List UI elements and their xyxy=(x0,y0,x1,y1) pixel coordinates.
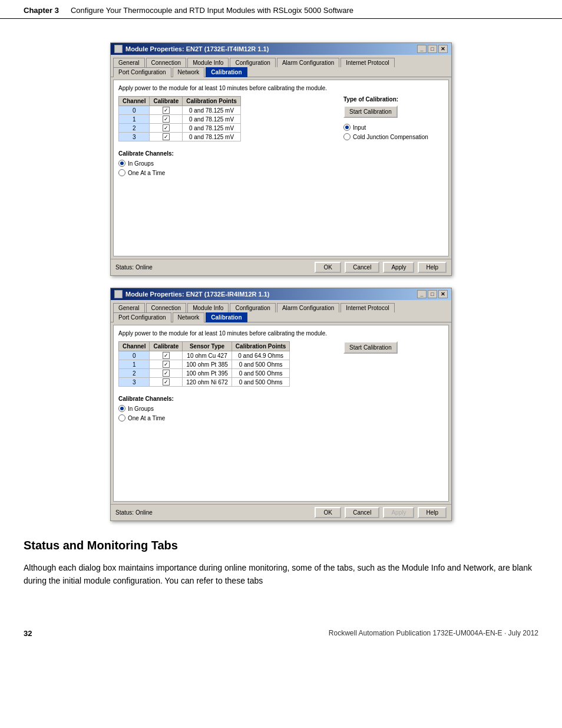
dialog2-instructions: Apply power to the module for at least 1… xyxy=(118,330,444,337)
radio-ingroups-1[interactable]: In Groups xyxy=(118,160,338,167)
radio-coldjunction-label-1: Cold Junction Compensation xyxy=(353,134,428,140)
channel-3-2: 3 xyxy=(119,378,150,387)
points-2-2: 0 and 500 Ohms xyxy=(232,369,290,378)
table-row: 2 ✓ 0 and 78.125 mV xyxy=(119,124,241,133)
dialog1-apply-btn[interactable]: Apply xyxy=(383,262,414,273)
start-calibration-btn-2[interactable]: Start Calibration xyxy=(343,341,398,354)
checkbox-3-2[interactable]: ✓ xyxy=(150,378,183,387)
dialog1-titlebar-icon xyxy=(114,45,123,53)
tab-moduleinfo-1[interactable]: Module Info xyxy=(187,58,229,67)
radio-input-1[interactable]: Input xyxy=(343,124,444,131)
tab-calibration-1[interactable]: Calibration xyxy=(206,67,247,77)
table-row: 0 ✓ 10 ohm Cu 427 0 and 64.9 Ohms xyxy=(119,351,290,360)
tab-calibration-2[interactable]: Calibration xyxy=(206,312,247,322)
dialog1-titlebar-left: Module Properties: EN2T (1732E-IT4IM12R … xyxy=(114,45,269,53)
checkbox-3-1[interactable]: ✓ xyxy=(150,133,183,141)
checkbox-0-2[interactable]: ✓ xyxy=(150,351,183,360)
checkbox-2-1[interactable]: ✓ xyxy=(150,124,183,133)
dialog2-title: Module Properties: EN2T (1732E-IR4IM12R … xyxy=(125,291,270,298)
dialog2-restore-btn[interactable]: □ xyxy=(428,290,437,298)
sensor-0-2: 10 ohm Cu 427 xyxy=(183,351,232,360)
col-channel-2: Channel xyxy=(119,342,150,351)
tab-portconfig-1[interactable]: Port Configuration xyxy=(113,67,171,77)
dialog1-left: Channel Calibrate Calibration Points 0 ✓… xyxy=(118,96,338,176)
tab-moduleinfo-2[interactable]: Module Info xyxy=(187,303,229,312)
dialog1-calibrate-channels: Calibrate Channels: In Groups One At a T… xyxy=(118,150,338,176)
dialog2-apply-btn[interactable]: Apply xyxy=(383,507,414,518)
dialog1-status: Status: Online xyxy=(115,264,153,271)
dialog2-cancel-btn[interactable]: Cancel xyxy=(345,507,379,518)
dialog1-ok-btn[interactable]: OK xyxy=(315,262,341,273)
points-3-1: 0 and 78.125 mV xyxy=(183,133,241,141)
points-1-1: 0 and 78.125 mV xyxy=(183,115,241,124)
sensor-3-2: 120 ohm Ni 672 xyxy=(183,378,232,387)
tab-portconfig-2[interactable]: Port Configuration xyxy=(113,312,171,322)
col-calpoints-1: Calibration Points xyxy=(183,97,241,106)
header-title: Configure Your Thermocouple and RTD Inpu… xyxy=(71,6,353,15)
dialog1-buttons: OK Cancel Apply Help xyxy=(315,262,447,273)
radio-oneattime-label-1: One At a Time xyxy=(128,170,165,176)
tab-general-1[interactable]: General xyxy=(113,58,145,67)
dialog2-statusbar: Status: Online OK Cancel Apply Help xyxy=(111,504,451,521)
calibration-type-radios-1: Input Cold Junction Compensation xyxy=(343,124,444,140)
dialog1-restore-btn[interactable]: □ xyxy=(428,45,437,53)
col-channel-1: Channel xyxy=(119,97,150,106)
radio-oneattime-1[interactable]: One At a Time xyxy=(118,169,338,176)
dialog1-body: Apply power to the module for at least 1… xyxy=(113,80,449,256)
dialog2-titlebar-left: Module Properties: EN2T (1732E-IR4IM12R … xyxy=(114,290,270,298)
dialog2-ok-btn[interactable]: OK xyxy=(315,507,341,518)
channel-0-1: 0 xyxy=(119,106,150,115)
checkbox-1-1[interactable]: ✓ xyxy=(150,115,183,124)
dialog1-minimize-btn[interactable]: _ xyxy=(417,45,427,53)
dialog2-help-btn[interactable]: Help xyxy=(418,507,447,518)
dialog1-container: Module Properties: EN2T (1732E-IT4IM12R … xyxy=(110,42,452,276)
tab-alarmconfig-2[interactable]: Alarm Configuration xyxy=(277,303,339,312)
table-row: 0 ✓ 0 and 78.125 mV xyxy=(119,106,241,115)
radio-ingroups-2[interactable]: In Groups xyxy=(118,405,338,412)
radio-coldjunction-1[interactable]: Cold Junction Compensation xyxy=(343,133,444,140)
dialog2-left: Channel Calibrate Sensor Type Calibratio… xyxy=(118,341,338,421)
tab-connection-1[interactable]: Connection xyxy=(146,58,187,67)
channel-3-1: 3 xyxy=(119,133,150,141)
dialog1-titlebar-controls: _ □ ✕ xyxy=(417,45,448,53)
col-calpoints-2: Calibration Points xyxy=(232,342,290,351)
table-row: 3 ✓ 0 and 78.125 mV xyxy=(119,133,241,141)
dialog1-close-btn[interactable]: ✕ xyxy=(438,45,448,53)
tab-general-2[interactable]: General xyxy=(113,303,145,312)
dialog1-tabs: General Connection Module Info Configura… xyxy=(111,55,451,77)
dialog2-titlebar-controls: _ □ ✕ xyxy=(417,290,448,298)
footer-page: 32 xyxy=(24,629,32,638)
tab-network-1[interactable]: Network xyxy=(173,67,205,77)
dialog2-minimize-btn[interactable]: _ xyxy=(417,290,427,298)
tab-configuration-1[interactable]: Configuration xyxy=(230,58,275,67)
checkbox-1-2[interactable]: ✓ xyxy=(150,360,183,369)
tab-configuration-2[interactable]: Configuration xyxy=(230,303,275,312)
table-row: 3 ✓ 120 ohm Ni 672 0 and 500 Ohms xyxy=(119,378,290,387)
checkbox-0-1[interactable]: ✓ xyxy=(150,106,183,115)
radio-ingroups-icon-1 xyxy=(118,160,125,167)
dialog2-titlebar: Module Properties: EN2T (1732E-IR4IM12R … xyxy=(111,288,451,300)
checkbox-2-2[interactable]: ✓ xyxy=(150,369,183,378)
start-calibration-btn-1[interactable]: Start Calibration xyxy=(343,106,398,118)
dialog1-cancel-btn[interactable]: Cancel xyxy=(345,262,379,273)
dialog2-close-btn[interactable]: ✕ xyxy=(438,290,448,298)
page-footer: 32 Rockwell Automation Publication 1732E… xyxy=(0,623,562,644)
radio-input-icon-1 xyxy=(343,124,351,131)
sensor-2-2: 100 ohm Pt 395 xyxy=(183,369,232,378)
tab-alarmconfig-1[interactable]: Alarm Configuration xyxy=(277,58,339,67)
tab-internetprotocol-2[interactable]: Internet Protocol xyxy=(340,303,394,312)
calibrate-channels-label-1: Calibrate Channels: xyxy=(118,150,338,157)
radio-oneattime-2[interactable]: One At a Time xyxy=(118,414,338,421)
dialog2-status: Status: Online xyxy=(115,509,153,516)
channel-0-2: 0 xyxy=(119,351,150,360)
radio-oneattime-icon-2 xyxy=(118,414,125,421)
sensor-1-2: 100 ohm Pt 385 xyxy=(183,360,232,369)
chapter-label: Chapter 3 xyxy=(24,6,59,15)
tab-network-2[interactable]: Network xyxy=(173,312,205,322)
points-3-2: 0 and 500 Ohms xyxy=(232,378,290,387)
dialog1-help-btn[interactable]: Help xyxy=(418,262,447,273)
tab-connection-2[interactable]: Connection xyxy=(146,303,187,312)
dialog2-calibrate-channels: Calibrate Channels: In Groups One At a T… xyxy=(118,396,338,421)
dialog2-container: Module Properties: EN2T (1732E-IR4IM12R … xyxy=(110,288,452,521)
tab-internetprotocol-1[interactable]: Internet Protocol xyxy=(340,58,394,67)
